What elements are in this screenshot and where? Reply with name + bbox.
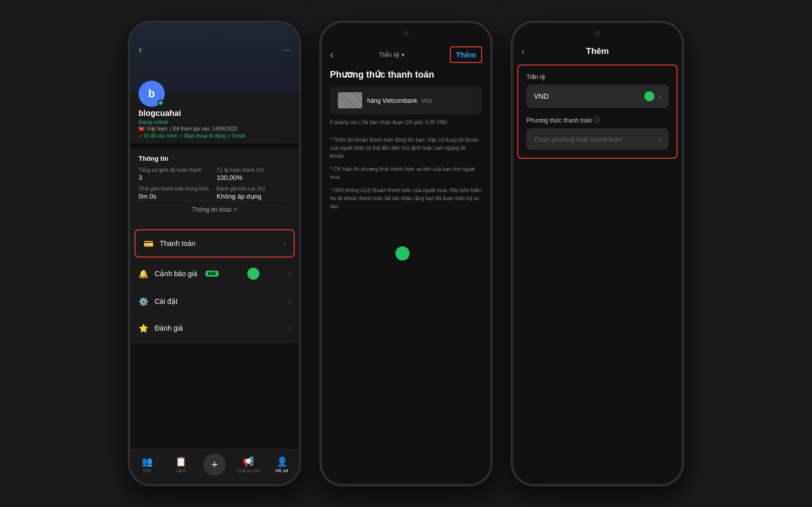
phone2-wrapper: ‹ Tiền tệ ▾ Thêm Phương thức thanh toán … [320, 22, 492, 485]
nav-add[interactable]: + [198, 454, 232, 476]
stat-completion-label: Tỷ lệ hoàn thành (%) [217, 167, 291, 173]
currency-dot-indicator [644, 91, 654, 101]
payment-method-placeholder: Chọn phương thức thanh toán [534, 136, 622, 143]
avatar: b [139, 81, 165, 107]
orders-nav-icon: 📋 [175, 456, 186, 467]
orders-nav-label: Lệnh [176, 468, 186, 473]
stat-orders: Tổng số lệnh đã hoàn thành 3 [139, 167, 213, 182]
username: blogcuahai [139, 109, 291, 118]
stat-rating-value: Không áp dụng [217, 193, 261, 200]
online-indicator [158, 100, 164, 106]
stat-rating: Đánh giá tích cực (%) Không áp dụng [217, 186, 291, 201]
more-icon[interactable]: ··· [283, 45, 291, 55]
info-icon: ⓘ [594, 116, 600, 124]
stats-title: Thông tin [139, 155, 291, 162]
p2-back-icon[interactable]: ‹ [330, 48, 333, 61]
country-name: Việt Nam [147, 126, 167, 132]
country-join-info: 🇻🇳 Việt Nam | Đã tham gia vào: 14/06/202… [139, 126, 291, 132]
profile-nav-icon: 👤 [277, 456, 288, 467]
phone1-screen: ‹ ··· b blogcuahai Đang online 🇻🇳 Việt N… [130, 23, 299, 484]
payment-method-select[interactable]: Chọn phương thức thanh toán › [526, 129, 668, 150]
bank-name: hàng Vietcombank [367, 97, 417, 104]
new-badge: Mới [206, 271, 219, 277]
settings-menu-item[interactable]: ⚙️ Cài đặt › [130, 288, 299, 315]
currency-field-label: Tiền tệ [526, 74, 668, 81]
settings-label: Cài đặt [155, 297, 178, 305]
verification-badges: ✓ ID đã xác minh ✓ Điện thoại di động ✓ … [139, 133, 291, 139]
currency-selector[interactable]: Tiền tệ ▾ [379, 51, 404, 58]
add-payment-button[interactable]: Thêm [451, 47, 481, 62]
stats-section: Thông tin Tổng số lệnh đã hoàn thành 3 T… [130, 148, 299, 225]
bank-logo [338, 92, 362, 108]
payment-stats-row: 0 quảng cáo | Số tiền nhận được (24 giờ)… [322, 114, 490, 130]
payment-notes: * Thêm tài khoản thanh toán đúng tên bạn… [322, 130, 490, 217]
flag-icon: 🇻🇳 [139, 126, 145, 132]
p3-top-header: ‹ Thêm [513, 23, 682, 65]
p3-back-icon[interactable]: ‹ [521, 46, 524, 57]
payment-method-field-label: Phương thức thanh toán ⓘ [526, 116, 668, 124]
price-alert-toggle[interactable] [247, 268, 259, 280]
payment-method-chevron-icon: › [658, 135, 661, 143]
stat-payment-time-label: Thời gian thanh toán trung bình [139, 186, 213, 192]
payment-stats-text: 0 quảng cáo | Số tiền nhận được (24 giờ)… [330, 119, 447, 125]
add-payment-form: Tiền tệ VND › Phương thức thanh toán ⓘ C… [517, 65, 678, 159]
add-button-highlight: Thêm [450, 46, 482, 63]
note-2: * Chỉ hiện thị phương thức thanh toán ưu… [330, 165, 482, 181]
payment-menu-item[interactable]: 💳 Thanh toán › [136, 230, 294, 257]
separator: | [169, 126, 171, 132]
payment-method-label-text: Phương thức thanh toán [526, 117, 592, 124]
star-icon: ⭐ [139, 323, 149, 333]
payment-chevron-icon: › [283, 239, 286, 247]
currency-select-right: › [644, 91, 661, 101]
add-button-circle[interactable]: + [204, 454, 226, 476]
phone3-wrapper: ‹ Thêm Tiền tệ VND › Phương thức thanh t… [512, 22, 683, 485]
stat-completion: Tỷ lệ hoàn thành (%) 100,00% [217, 167, 291, 182]
phone2-screen: ‹ Tiền tệ ▾ Thêm Phương thức thanh toán … [322, 23, 490, 484]
phone1-wrapper: ‹ ··· b blogcuahai Đang online 🇻🇳 Việt N… [129, 22, 300, 485]
review-chevron-icon: › [288, 324, 291, 332]
nav-profile[interactable]: 👤 Hồ sơ [265, 456, 299, 473]
price-alert-label: Cảnh báo giá [155, 270, 197, 278]
bell-icon: 🔔 [139, 269, 149, 279]
currency-select[interactable]: VND › [526, 85, 668, 108]
phone3-screen: ‹ Thêm Tiền tệ VND › Phương thức thanh t… [513, 23, 682, 484]
stat-rating-label: Đánh giá tích cực (%) [217, 186, 291, 192]
ads-nav-label: Quảng cáo [237, 468, 259, 473]
more-info-link[interactable]: Thông tin khác > [139, 201, 291, 218]
stat-payment-time-value: 0m 0s [139, 193, 156, 200]
phone2: ‹ Tiền tệ ▾ Thêm Phương thức thanh toán … [320, 22, 492, 485]
gear-icon: ⚙️ [139, 296, 149, 306]
settings-chevron-icon: › [288, 297, 291, 305]
p2p-nav-label: P2P [143, 468, 152, 473]
currency-label: Tiền tệ [379, 51, 399, 58]
join-date: Đã tham gia vào: 14/06/2023 [173, 126, 237, 132]
p3-page-title: Thêm [586, 46, 608, 56]
note-1: * Thêm tài khoản thanh toán đúng tên bạn… [330, 136, 482, 160]
review-label: Đánh giá [155, 324, 183, 332]
p2-top-header: ‹ Tiền tệ ▾ Thêm [322, 23, 490, 69]
payment-section-title: Phương thức thanh toán [322, 69, 490, 86]
note-3: * OKX không xử lý khoản thanh toán của n… [330, 186, 482, 211]
p2p-nav-icon: 👥 [142, 456, 153, 467]
nav-p2p[interactable]: 👥 P2P [130, 456, 164, 473]
review-menu-item[interactable]: ⭐ Đánh giá › [130, 315, 299, 342]
bank-currency: VND [422, 98, 432, 104]
phone3: ‹ Thêm Tiền tệ VND › Phương thức thanh t… [512, 22, 683, 485]
price-alert-chevron-icon: › [288, 270, 291, 278]
currency-select-value: VND [534, 92, 549, 100]
currency-chevron-icon: › [658, 92, 661, 100]
payment-card[interactable]: hàng Vietcombank VND [330, 86, 482, 114]
stat-orders-value: 3 [139, 174, 142, 181]
back-icon[interactable]: ‹ [139, 43, 142, 56]
header-top-bar: ‹ ··· [130, 23, 299, 56]
stats-grid: Tổng số lệnh đã hoàn thành 3 Tỷ lệ hoàn … [139, 167, 291, 201]
payment-label: Thanh toán [160, 239, 195, 247]
nav-orders[interactable]: 📋 Lệnh [164, 456, 198, 473]
stat-orders-label: Tổng số lệnh đã hoàn thành [139, 167, 213, 173]
ads-nav-icon: 📢 [243, 456, 254, 467]
stat-completion-value: 100,00% [217, 174, 242, 181]
nav-ads[interactable]: 📢 Quảng cáo [231, 456, 265, 473]
phone1: ‹ ··· b blogcuahai Đang online 🇻🇳 Việt N… [129, 22, 300, 485]
price-alert-menu-item[interactable]: 🔔 Cảnh báo giá Mới › [130, 260, 299, 288]
payment-menu-item-highlighted: 💳 Thanh toán › [134, 229, 295, 258]
